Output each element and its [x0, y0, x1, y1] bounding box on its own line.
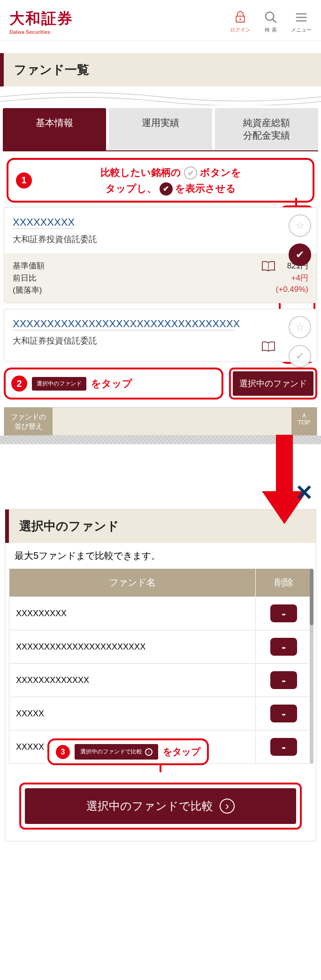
- logo-text: 大和証券: [9, 8, 73, 29]
- svg-point-1: [266, 12, 274, 20]
- flow-arrow-zone: ✕: [0, 444, 321, 501]
- hamburger-icon: [294, 10, 308, 24]
- callout1-text-b: ボタンを: [200, 167, 241, 178]
- selected-funds-modal: 選択中のファンド 最大5ファンドまで比較できます。 ファンド名 削除 XXXXX…: [5, 509, 316, 841]
- tab-bar: 基本情報 運用実績 純資産総額 分配金実績: [0, 108, 321, 150]
- instruction-callout-2: 2 選択中のファンド をタップ: [4, 368, 223, 400]
- rate-value: (+0.49%): [276, 285, 308, 296]
- compare-button-highlight: 選択中のファンドで比較 ›: [19, 783, 302, 830]
- step-number-2: 2: [11, 376, 27, 392]
- modal-note: 最大5ファンドまで比較できます。: [5, 543, 316, 569]
- callout1-text-a: 比較したい銘柄の: [100, 167, 181, 178]
- card-action-icons: ☆ ✔: [289, 214, 311, 266]
- check-off-icon: ✔: [184, 166, 197, 180]
- cell-fund-name: XXXXXXXXXXXXXXXXXXXXXXX: [9, 630, 256, 664]
- favorite-star-button[interactable]: ☆: [289, 316, 311, 338]
- tab-performance[interactable]: 運用実績: [109, 108, 212, 150]
- col-fund-name: ファンド名: [9, 569, 256, 597]
- menu-label: メニュー: [291, 26, 312, 33]
- chevron-right-icon: ›: [145, 748, 153, 756]
- scrollbar-thumb[interactable]: [310, 569, 313, 625]
- fund-card: XXXXXXXXX 大和証券投資信託委託 ☆ ✔ 基準価額821円 前日比+4円…: [4, 207, 317, 303]
- favorite-star-button[interactable]: ☆: [289, 214, 311, 237]
- mini-compare-button: 選択中のファンドで比較 ›: [75, 744, 158, 760]
- callout1-text-c: タップし、: [106, 183, 157, 194]
- table-row: XXXXX-: [9, 697, 312, 730]
- search-label: 検 索: [265, 26, 276, 33]
- callout2-suffix: をタップ: [91, 377, 132, 390]
- card-action-icons: ☆ ✔: [289, 316, 311, 368]
- chevron-right-icon: ›: [220, 799, 235, 814]
- tab-assets[interactable]: 純資産総額 分配金実績: [215, 108, 318, 150]
- login-label: ログイン: [230, 26, 251, 33]
- cell-fund-name: XXXXXXXXX: [9, 597, 256, 630]
- base-price-label: 基準価額: [13, 260, 45, 271]
- mini-selected-button: 選択中のファンド: [32, 377, 86, 391]
- delete-row-button[interactable]: -: [270, 705, 297, 722]
- svg-point-0: [239, 18, 241, 20]
- svg-line-2: [273, 19, 276, 23]
- tab-underline: [3, 150, 318, 151]
- prev-diff-label: 前日比: [13, 273, 37, 283]
- step-number-1: 1: [16, 172, 32, 188]
- selected-funds-table: ファンド名 削除 XXXXXXXXX- XXXXXXXXXXXXXXXXXXXX…: [9, 569, 312, 764]
- compare-button-label: 選択中のファンドで比較: [86, 799, 213, 814]
- tab-basic-info[interactable]: 基本情報: [3, 108, 106, 150]
- login-button[interactable]: ログイン: [230, 10, 251, 33]
- fund-card: XXXXXXXXXXXXXXXXXXXXXXXXXXXXXXXXX 大和証券投資…: [4, 309, 317, 362]
- step-number-3: 3: [56, 745, 70, 759]
- search-icon: [264, 10, 278, 24]
- top-label: TOP: [298, 419, 311, 426]
- logo-subtext: Daiwa Securities: [9, 29, 73, 35]
- fund-name-link[interactable]: XXXXXXXXX: [13, 216, 75, 229]
- mini-compare-label: 選択中のファンドで比較: [80, 748, 142, 756]
- delete-row-button[interactable]: -: [270, 638, 297, 656]
- table-row: XXXXXXXXXXXXX-: [9, 664, 312, 697]
- fund-name-link[interactable]: XXXXXXXXXXXXXXXXXXXXXXXXXXXXXXXXX: [13, 318, 235, 330]
- delete-row-button[interactable]: -: [270, 671, 297, 689]
- content-ellipsis: [0, 88, 321, 105]
- cell-fund-name: XXXXXXXXXXXXX: [9, 664, 256, 697]
- app-header: 大和証券 Daiwa Securities ログイン 検 索 メニュー: [0, 0, 321, 41]
- compare-selected-button[interactable]: 選択中のファンドで比較 ›: [25, 788, 296, 824]
- callout3-suffix: をタップ: [163, 745, 200, 758]
- selected-funds-button[interactable]: 選択中のファンド: [233, 371, 313, 396]
- logo[interactable]: 大和証券 Daiwa Securities: [9, 8, 73, 35]
- instruction-row-2: 2 選択中のファンド をタップ 選択中のファンド: [0, 368, 321, 404]
- sort-bar: ファンドの 並び替え ∧TOP: [4, 407, 317, 436]
- callout1-text-d: を表示させる: [175, 183, 236, 194]
- check-on-icon: ✔: [160, 182, 173, 196]
- col-delete: 削除: [256, 569, 312, 597]
- instruction-callout-3: 3 選択中のファンドで比較 › をタップ: [47, 738, 209, 765]
- cell-fund-name: XXXXX: [9, 697, 256, 730]
- delete-row-button[interactable]: -: [270, 738, 297, 756]
- compare-check-button[interactable]: ✔: [289, 345, 311, 368]
- table-row: XXXXXXXXXXXXXXXXXXXXXXX-: [9, 630, 312, 664]
- compare-check-button[interactable]: ✔: [289, 243, 311, 266]
- delete-row-button[interactable]: -: [270, 604, 297, 622]
- sort-button[interactable]: ファンドの 並び替え: [4, 408, 53, 435]
- instruction-callout-1: 1 比較したい銘柄の ✔ ボタンを タップし、 ✔ を表示させる: [7, 158, 314, 203]
- rate-label: (騰落率): [13, 285, 42, 296]
- fund-company: 大和証券投資信託委託: [13, 234, 308, 245]
- scroll-top-button[interactable]: ∧TOP: [291, 408, 317, 435]
- table-row: XXXXXXXXX-: [9, 597, 312, 630]
- header-actions: ログイン 検 索 メニュー: [230, 10, 312, 33]
- page-title: ファンド一覧: [14, 62, 311, 78]
- fund-card-zone: XXXXXXXXX 大和証券投資信託委託 ☆ ✔ 基準価額821円 前日比+4円…: [4, 207, 317, 362]
- lock-icon: [233, 10, 247, 24]
- prev-diff-value: +4円: [291, 273, 308, 283]
- book-icon[interactable]: [261, 340, 275, 355]
- menu-button[interactable]: メニュー: [291, 10, 312, 33]
- connector-line: [295, 198, 297, 207]
- selected-button-highlight: 選択中のファンド: [229, 368, 317, 400]
- search-button[interactable]: 検 索: [264, 10, 278, 33]
- modal-body: ファンド名 削除 XXXXXXXXX- XXXXXXXXXXXXXXXXXXXX…: [5, 569, 316, 764]
- book-icon[interactable]: [261, 260, 275, 274]
- close-button[interactable]: ✕: [295, 480, 313, 505]
- page-title-bar: ファンド一覧: [0, 53, 321, 86]
